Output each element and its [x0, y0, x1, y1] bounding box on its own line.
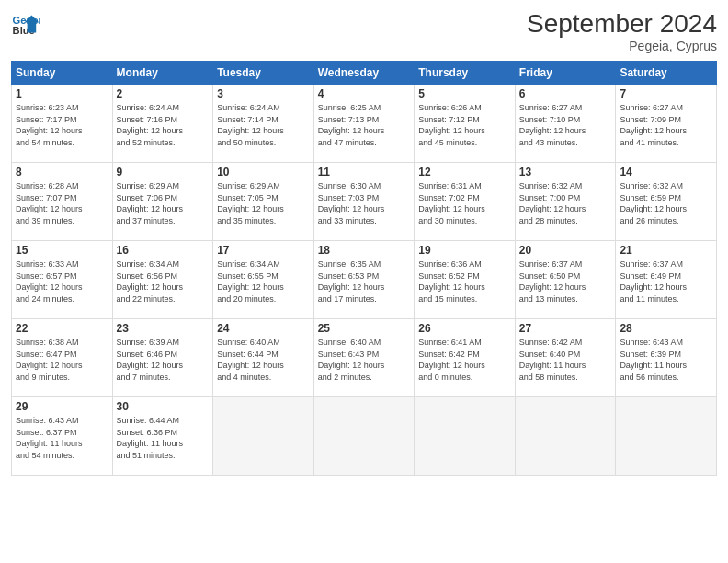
day-number: 28 — [620, 322, 712, 335]
day-info: Sunrise: 6:29 AMSunset: 7:05 PMDaylight:… — [217, 180, 310, 226]
day-number: 9 — [117, 166, 210, 178]
calendar-week-1: 1Sunrise: 6:23 AMSunset: 7:17 PMDaylight… — [12, 85, 717, 163]
day-number: 17 — [217, 244, 310, 257]
day-number: 11 — [318, 166, 411, 178]
day-info: Sunrise: 6:44 AMSunset: 6:36 PMDaylight:… — [117, 415, 210, 461]
title-block: September 2024 Pegeia, Cyprus — [527, 9, 717, 53]
calendar-cell: 18Sunrise: 6:35 AMSunset: 6:53 PMDayligh… — [313, 241, 415, 319]
day-number: 15 — [16, 244, 108, 257]
day-number: 24 — [217, 322, 310, 335]
calendar-cell: 5Sunrise: 6:26 AMSunset: 7:12 PMDaylight… — [415, 85, 516, 163]
logo-icon: General Blue — [11, 9, 40, 39]
col-header-friday: Friday — [515, 62, 616, 85]
day-number: 2 — [117, 87, 210, 100]
calendar-cell: 2Sunrise: 6:24 AMSunset: 7:16 PMDaylight… — [112, 85, 213, 163]
col-header-sunday: Sunday — [12, 62, 113, 85]
calendar-cell — [313, 397, 415, 476]
calendar-cell: 30Sunrise: 6:44 AMSunset: 6:36 PMDayligh… — [112, 397, 213, 476]
day-info: Sunrise: 6:26 AMSunset: 7:12 PMDaylight:… — [418, 102, 511, 148]
calendar-cell: 10Sunrise: 6:29 AMSunset: 7:05 PMDayligh… — [213, 163, 314, 241]
day-number: 7 — [620, 87, 712, 100]
day-number: 20 — [519, 244, 612, 257]
day-number: 4 — [318, 87, 411, 100]
day-number: 19 — [418, 244, 511, 257]
location: Pegeia, Cyprus — [527, 39, 717, 53]
day-info: Sunrise: 6:32 AMSunset: 6:59 PMDaylight:… — [620, 180, 712, 226]
day-number: 14 — [620, 166, 712, 178]
day-info: Sunrise: 6:37 AMSunset: 6:50 PMDaylight:… — [519, 259, 612, 304]
calendar-cell: 4Sunrise: 6:25 AMSunset: 7:13 PMDaylight… — [313, 85, 415, 163]
calendar-cell: 13Sunrise: 6:32 AMSunset: 7:00 PMDayligh… — [515, 163, 616, 241]
col-header-saturday: Saturday — [616, 62, 717, 85]
calendar-cell: 1Sunrise: 6:23 AMSunset: 7:17 PMDaylight… — [12, 85, 113, 163]
calendar-cell — [213, 397, 314, 476]
calendar-cell: 29Sunrise: 6:43 AMSunset: 6:37 PMDayligh… — [12, 397, 113, 476]
calendar-week-5: 29Sunrise: 6:43 AMSunset: 6:37 PMDayligh… — [12, 397, 717, 476]
day-number: 3 — [217, 87, 310, 100]
calendar-cell: 20Sunrise: 6:37 AMSunset: 6:50 PMDayligh… — [515, 241, 616, 319]
day-number: 12 — [418, 166, 511, 178]
day-number: 18 — [318, 244, 411, 257]
col-header-thursday: Thursday — [415, 62, 516, 85]
day-info: Sunrise: 6:25 AMSunset: 7:13 PMDaylight:… — [318, 102, 411, 148]
calendar-cell: 15Sunrise: 6:33 AMSunset: 6:57 PMDayligh… — [12, 241, 113, 319]
calendar-cell: 12Sunrise: 6:31 AMSunset: 7:02 PMDayligh… — [415, 163, 516, 241]
calendar-cell: 7Sunrise: 6:27 AMSunset: 7:09 PMDaylight… — [616, 85, 717, 163]
day-info: Sunrise: 6:24 AMSunset: 7:14 PMDaylight:… — [217, 102, 310, 148]
day-info: Sunrise: 6:40 AMSunset: 6:43 PMDaylight:… — [318, 337, 411, 383]
day-info: Sunrise: 6:41 AMSunset: 6:42 PMDaylight:… — [418, 337, 511, 383]
calendar-cell: 24Sunrise: 6:40 AMSunset: 6:44 PMDayligh… — [213, 319, 314, 397]
day-info: Sunrise: 6:40 AMSunset: 6:44 PMDaylight:… — [217, 337, 310, 383]
calendar-cell: 28Sunrise: 6:43 AMSunset: 6:39 PMDayligh… — [616, 319, 717, 397]
calendar-cell — [415, 397, 516, 476]
day-info: Sunrise: 6:32 AMSunset: 7:00 PMDaylight:… — [519, 180, 612, 226]
day-info: Sunrise: 6:43 AMSunset: 6:39 PMDaylight:… — [620, 337, 712, 383]
day-number: 10 — [217, 166, 310, 178]
calendar-cell: 22Sunrise: 6:38 AMSunset: 6:47 PMDayligh… — [12, 319, 113, 397]
calendar-cell: 16Sunrise: 6:34 AMSunset: 6:56 PMDayligh… — [112, 241, 213, 319]
day-info: Sunrise: 6:27 AMSunset: 7:10 PMDaylight:… — [519, 102, 612, 148]
day-number: 25 — [318, 322, 411, 335]
calendar-cell: 9Sunrise: 6:29 AMSunset: 7:06 PMDaylight… — [112, 163, 213, 241]
day-number: 27 — [519, 322, 612, 335]
calendar-cell: 25Sunrise: 6:40 AMSunset: 6:43 PMDayligh… — [313, 319, 415, 397]
day-info: Sunrise: 6:42 AMSunset: 6:40 PMDaylight:… — [519, 337, 612, 383]
day-info: Sunrise: 6:30 AMSunset: 7:03 PMDaylight:… — [318, 180, 411, 226]
day-info: Sunrise: 6:23 AMSunset: 7:17 PMDaylight:… — [16, 102, 108, 148]
calendar-table: SundayMondayTuesdayWednesdayThursdayFrid… — [11, 61, 717, 476]
calendar-cell: 26Sunrise: 6:41 AMSunset: 6:42 PMDayligh… — [415, 319, 516, 397]
day-info: Sunrise: 6:36 AMSunset: 6:52 PMDaylight:… — [418, 259, 511, 304]
day-info: Sunrise: 6:31 AMSunset: 7:02 PMDaylight:… — [418, 180, 511, 226]
calendar-cell: 6Sunrise: 6:27 AMSunset: 7:10 PMDaylight… — [515, 85, 616, 163]
day-info: Sunrise: 6:35 AMSunset: 6:53 PMDaylight:… — [318, 259, 411, 304]
day-number: 5 — [418, 87, 511, 100]
day-info: Sunrise: 6:24 AMSunset: 7:16 PMDaylight:… — [117, 102, 210, 148]
day-number: 29 — [16, 400, 108, 413]
calendar-cell: 8Sunrise: 6:28 AMSunset: 7:07 PMDaylight… — [12, 163, 113, 241]
day-number: 23 — [117, 322, 210, 335]
day-info: Sunrise: 6:34 AMSunset: 6:55 PMDaylight:… — [217, 259, 310, 304]
calendar-cell — [515, 397, 616, 476]
day-number: 13 — [519, 166, 612, 178]
calendar-cell: 21Sunrise: 6:37 AMSunset: 6:49 PMDayligh… — [616, 241, 717, 319]
day-info: Sunrise: 6:38 AMSunset: 6:47 PMDaylight:… — [16, 337, 108, 383]
calendar-cell: 11Sunrise: 6:30 AMSunset: 7:03 PMDayligh… — [313, 163, 415, 241]
calendar-cell: 17Sunrise: 6:34 AMSunset: 6:55 PMDayligh… — [213, 241, 314, 319]
calendar-cell: 19Sunrise: 6:36 AMSunset: 6:52 PMDayligh… — [415, 241, 516, 319]
day-number: 30 — [117, 400, 210, 413]
day-info: Sunrise: 6:43 AMSunset: 6:37 PMDaylight:… — [16, 415, 108, 461]
day-info: Sunrise: 6:29 AMSunset: 7:06 PMDaylight:… — [117, 180, 210, 226]
day-number: 21 — [620, 244, 712, 257]
col-header-monday: Monday — [112, 62, 213, 85]
day-info: Sunrise: 6:39 AMSunset: 6:46 PMDaylight:… — [117, 337, 210, 383]
calendar-cell: 3Sunrise: 6:24 AMSunset: 7:14 PMDaylight… — [213, 85, 314, 163]
day-info: Sunrise: 6:34 AMSunset: 6:56 PMDaylight:… — [117, 259, 210, 304]
calendar-week-3: 15Sunrise: 6:33 AMSunset: 6:57 PMDayligh… — [12, 241, 717, 319]
calendar-cell — [616, 397, 717, 476]
col-header-wednesday: Wednesday — [313, 62, 415, 85]
calendar-week-2: 8Sunrise: 6:28 AMSunset: 7:07 PMDaylight… — [12, 163, 717, 241]
day-number: 16 — [117, 244, 210, 257]
calendar-cell: 23Sunrise: 6:39 AMSunset: 6:46 PMDayligh… — [112, 319, 213, 397]
calendar-week-4: 22Sunrise: 6:38 AMSunset: 6:47 PMDayligh… — [12, 319, 717, 397]
col-header-tuesday: Tuesday — [213, 62, 314, 85]
